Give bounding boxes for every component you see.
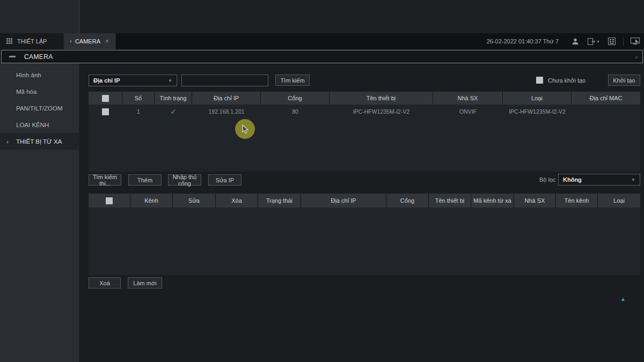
column-header: Nhà SX xyxy=(514,194,556,208)
grid-menu-icon xyxy=(6,38,13,45)
column-header: Kênh xyxy=(130,194,173,208)
tab-thiet-lap[interactable]: THIẾT LẬP xyxy=(0,33,64,49)
column-header: Xóa xyxy=(216,194,258,208)
column-header: Tên thiết bị xyxy=(429,194,471,208)
manual-add-button[interactable]: Nhập thủ công xyxy=(168,174,201,186)
main-content: Địa chỉ IP ▼ Tìm kiếm Chưa khởi tạo Khởi… xyxy=(79,63,644,362)
scroll-up-icon[interactable]: ▲ xyxy=(620,296,626,302)
column-header: Cổng xyxy=(386,194,429,208)
nvr-camera-settings-screen: THIẾT LẬP CAMERA × 26-02-2022 01:40:37 T… xyxy=(0,0,644,362)
top-left-panel xyxy=(0,0,79,33)
topbar-right: 26-02-2022 01:40:37 Thứ 7 ▾ xyxy=(487,33,644,49)
modify-ip-button[interactable]: Sửa IP xyxy=(208,174,241,186)
cell-manufacturer: ONVIF xyxy=(433,105,503,119)
sidebar: Hình ảnh Mã hóa PAN/TILT/ZOOM LOẠI KÊNH … xyxy=(0,63,79,362)
display-icon[interactable] xyxy=(626,33,644,49)
tab-camera[interactable]: CAMERA × xyxy=(64,33,116,49)
cell-ip: 192.168.1.201 xyxy=(192,105,261,119)
tab-label: THIẾT LẬP xyxy=(17,38,47,45)
column-header: Loại xyxy=(503,92,572,105)
column-header: Sửa xyxy=(173,194,216,208)
device-table-body: 1 ✓ 192.168.1.201 80 IPC-HFW1235M-I2-V2 … xyxy=(89,105,640,172)
sidebar-item-ma-hoa[interactable]: Mã hóa xyxy=(0,83,79,100)
tab-label: CAMERA xyxy=(75,38,100,45)
column-header: Mã kênh từ xa xyxy=(471,194,514,208)
sidebar-item-loai-kenh[interactable]: LOẠI KÊNH xyxy=(0,116,79,133)
cursor-highlight xyxy=(235,119,255,139)
chevron-right-icon: › xyxy=(6,138,9,145)
alarm-status-icon[interactable] xyxy=(603,33,621,49)
column-header: Tên kênh xyxy=(556,194,598,208)
uninitialized-checkbox[interactable] xyxy=(536,77,543,84)
column-header: Cổng xyxy=(261,92,330,105)
cell-so: 1 xyxy=(122,105,155,119)
cell-mac xyxy=(572,105,640,119)
refresh-button[interactable]: Làm mới xyxy=(128,277,162,289)
delete-button[interactable]: Xoá xyxy=(89,277,121,289)
cell-type: IPC-HFW1235M-I2-V2 xyxy=(503,105,572,119)
column-header: Loại xyxy=(598,194,640,208)
init-button[interactable]: Khởi tạo xyxy=(608,75,640,86)
camera-tab-icon xyxy=(70,40,71,42)
top-strip xyxy=(0,0,644,33)
user-icon[interactable] xyxy=(566,33,584,49)
mouse-cursor-icon xyxy=(242,124,249,134)
channel-table-header: Kênh Sửa Xóa Trạng thái Địa chỉ IP Cổng … xyxy=(89,194,640,208)
channel-table: Kênh Sửa Xóa Trạng thái Địa chỉ IP Cổng … xyxy=(89,194,640,275)
tab-bar: THIẾT LẬP CAMERA × 26-02-2022 01:40:37 T… xyxy=(0,33,644,49)
close-icon[interactable]: × xyxy=(105,38,109,45)
column-header: Tên thiết bị xyxy=(330,92,433,105)
logout-icon[interactable]: ▾ xyxy=(584,33,603,49)
column-header: Địa chỉ MAC xyxy=(572,92,640,105)
search-type-select[interactable]: Địa chỉ IP ▼ xyxy=(89,75,177,86)
search-button[interactable]: Tìm kiếm xyxy=(275,75,310,86)
chevron-right-icon[interactable]: » xyxy=(635,54,638,60)
row-checkbox[interactable] xyxy=(102,108,109,115)
chevron-down-icon: ▼ xyxy=(168,78,172,83)
chevron-down-icon: ▼ xyxy=(631,178,635,182)
uninitialized-label: Chưa khởi tạo xyxy=(548,77,586,84)
column-header: Tình trạng xyxy=(155,92,192,105)
sidebar-item-thiet-bi-tu-xa[interactable]: › THIẾT BỊ TỪ XA xyxy=(0,133,79,150)
device-table: Số Tình trạng Địa chỉ IP Cổng Tên thiết … xyxy=(89,92,640,172)
search-input[interactable] xyxy=(181,75,268,86)
filter-label: Bộ lọc xyxy=(539,176,556,183)
column-header: Nhà SX xyxy=(433,92,503,105)
channel-table-body xyxy=(89,208,640,275)
select-all-checkbox-cell[interactable] xyxy=(89,194,130,208)
sidebar-item-hinh-anh[interactable]: Hình ảnh xyxy=(0,67,79,83)
column-header: Số xyxy=(122,92,155,105)
select-all-checkbox-cell[interactable] xyxy=(89,92,122,105)
cell-port: 80 xyxy=(261,105,330,119)
table-row[interactable]: 1 ✓ 192.168.1.201 80 IPC-HFW1235M-I2-V2 … xyxy=(89,105,640,119)
page-title-bar: CAMERA » xyxy=(1,50,643,63)
datetime-display: 26-02-2022 01:40:37 Thứ 7 xyxy=(487,38,566,45)
cell-device-name: IPC-HFW1235M-I2-V2 xyxy=(330,105,433,119)
select-all-checkbox[interactable] xyxy=(102,95,109,102)
chevron-down-icon: ▾ xyxy=(597,39,599,44)
search-device-button[interactable]: Tìm kiếm thi... xyxy=(89,174,121,186)
select-all-checkbox[interactable] xyxy=(106,197,113,204)
filter-select[interactable]: Không ▼ xyxy=(558,174,640,186)
toolbar-divider xyxy=(623,36,624,46)
sidebar-item-pan-tilt-zoom[interactable]: PAN/TILT/ZOOM xyxy=(0,100,79,116)
column-header: Địa chỉ IP xyxy=(301,194,386,208)
device-table-header: Số Tình trạng Địa chỉ IP Cổng Tên thiết … xyxy=(89,92,640,105)
status-ok-icon: ✓ xyxy=(170,107,177,116)
page-title: CAMERA xyxy=(24,53,53,61)
camera-title-icon xyxy=(9,56,16,57)
column-header: Địa chỉ IP xyxy=(192,92,261,105)
column-header: Trạng thái xyxy=(258,194,301,208)
add-button[interactable]: Thêm xyxy=(128,174,162,186)
